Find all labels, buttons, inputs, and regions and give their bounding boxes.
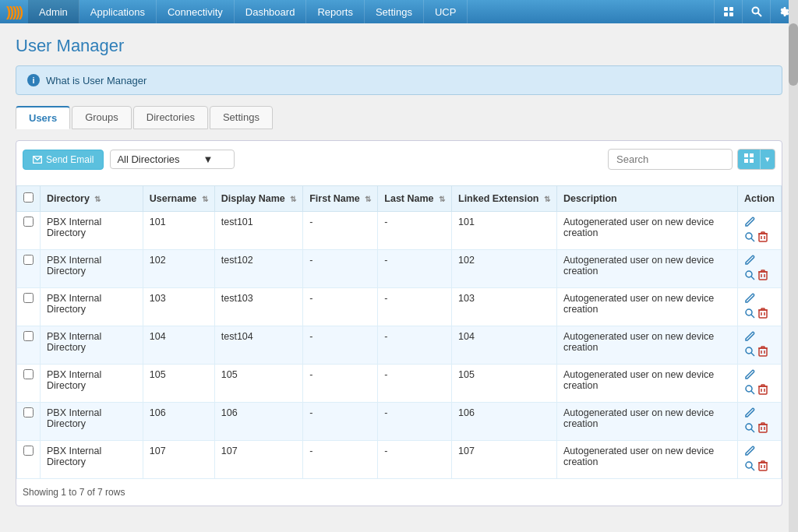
inspect-icon[interactable] [744,460,755,474]
tab-groups[interactable]: Groups [72,106,132,129]
directory-dropdown-label: All Directories [117,153,179,165]
table-row: PBX Internal Directory 103 test103 - - 1… [17,288,782,326]
delete-icon[interactable] [758,308,768,321]
directory-dropdown[interactable]: All Directories ▼ [110,150,235,169]
scrollbar[interactable] [789,0,798,519]
row-checkbox-cell [17,250,41,288]
cell-last-name: - [378,212,452,250]
cell-linked-extension: 102 [452,250,557,288]
nav-item-settings[interactable]: Settings [365,0,424,23]
row-checkbox-cell [17,326,41,365]
nav-item-admin[interactable]: Admin [28,0,79,23]
view-toggle: ▾ [737,149,775,170]
row-checkbox[interactable] [23,331,34,341]
delete-icon[interactable] [758,384,768,397]
svg-rect-7 [744,153,748,157]
nav-item-applications[interactable]: Applications [79,0,157,23]
svg-point-29 [746,347,752,354]
nav-item-reports[interactable]: Reports [306,0,365,23]
row-checkbox[interactable] [23,369,34,379]
logo-icon: ))))) [6,4,22,20]
delete-icon[interactable] [758,460,768,474]
edit-icon[interactable] [744,369,755,382]
edit-icon[interactable] [744,293,755,306]
nav-item-ucp[interactable]: UCP [424,0,468,23]
column-last-name[interactable]: Last Name ⇅ [378,186,452,212]
cell-linked-extension: 101 [452,212,557,250]
view-dropdown-button[interactable]: ▾ [760,150,775,169]
svg-rect-8 [750,153,754,157]
cell-last-name: - [378,441,452,479]
tab-settings[interactable]: Settings [210,106,273,129]
column-linked-extension[interactable]: Linked Extension ⇅ [452,186,557,212]
send-email-button[interactable]: Send Email [23,150,104,170]
svg-point-35 [746,386,752,392]
tab-directories[interactable]: Directories [133,106,208,129]
page-content: User Manager i What is User Manager User… [0,23,798,519]
svg-rect-2 [724,12,728,16]
delete-icon[interactable] [758,422,768,435]
edit-icon[interactable] [744,407,755,421]
cell-action [738,441,782,479]
user-table: Directory ⇅ Username ⇅ Display Name ⇅ Fi… [16,185,782,479]
row-checkbox[interactable] [23,217,34,227]
search-input[interactable] [608,149,733,170]
info-text: What is User Manager [46,75,147,86]
delete-icon[interactable] [758,231,768,245]
table-row: PBX Internal Directory 102 test102 - - 1… [17,250,782,288]
tab-users[interactable]: Users [16,106,70,129]
search-icon[interactable] [742,0,770,23]
cell-action [738,250,782,288]
table-wrapper: Send Email All Directories ▼ ▾ [16,140,782,506]
tabs: Users Groups Directories Settings [16,106,782,129]
select-all-checkbox[interactable] [23,192,34,203]
scrollbar-thumb[interactable] [789,23,798,86]
row-checkbox[interactable] [23,446,34,456]
column-username[interactable]: Username ⇅ [143,186,214,212]
inspect-icon[interactable] [744,384,755,397]
edit-icon[interactable] [744,217,755,230]
cell-first-name: - [303,441,378,479]
notifications-icon[interactable] [714,0,742,23]
inspect-icon[interactable] [744,308,755,321]
column-directory[interactable]: Directory ⇅ [41,186,143,212]
cell-description: Autogenerated user on new device creatio… [556,403,737,441]
inspect-icon[interactable] [744,270,755,283]
delete-icon[interactable] [758,270,768,283]
svg-rect-3 [729,12,733,16]
table-controls: Send Email All Directories ▼ ▾ [16,141,782,178]
column-display-name[interactable]: Display Name ⇅ [214,186,302,212]
status-bar: Showing 1 to 7 of 7 rows [16,479,782,506]
cell-last-name: - [378,365,452,403]
cell-action [738,403,782,441]
select-all-header [17,186,41,212]
nav-item-dashboard[interactable]: Dashboard [235,0,307,23]
svg-point-4 [752,8,758,14]
edit-icon[interactable] [744,255,755,268]
edit-icon[interactable] [744,331,755,344]
inspect-icon[interactable] [744,231,755,245]
cell-linked-extension: 107 [452,441,557,479]
grid-view-button[interactable] [738,150,760,169]
inspect-icon[interactable] [744,422,755,435]
cell-last-name: - [378,288,452,326]
row-checkbox[interactable] [23,293,34,303]
nav-item-connectivity[interactable]: Connectivity [157,0,235,23]
page-title: User Manager [16,36,782,56]
edit-icon[interactable] [744,446,755,459]
svg-rect-43 [759,425,767,432]
inspect-icon[interactable] [744,346,755,359]
table-controls-right: ▾ [608,149,775,170]
row-checkbox[interactable] [23,255,34,265]
info-bar[interactable]: i What is User Manager [16,65,782,95]
row-checkbox[interactable] [23,407,34,417]
row-checkbox-cell [17,365,41,403]
column-first-name[interactable]: First Name ⇅ [303,186,378,212]
delete-icon[interactable] [758,346,768,359]
cell-first-name: - [303,326,378,365]
cell-directory: PBX Internal Directory [41,326,143,365]
cell-description: Autogenerated user on new device creatio… [556,212,737,250]
cell-directory: PBX Internal Directory [41,403,143,441]
info-icon: i [27,74,40,86]
cell-first-name: - [303,365,378,403]
